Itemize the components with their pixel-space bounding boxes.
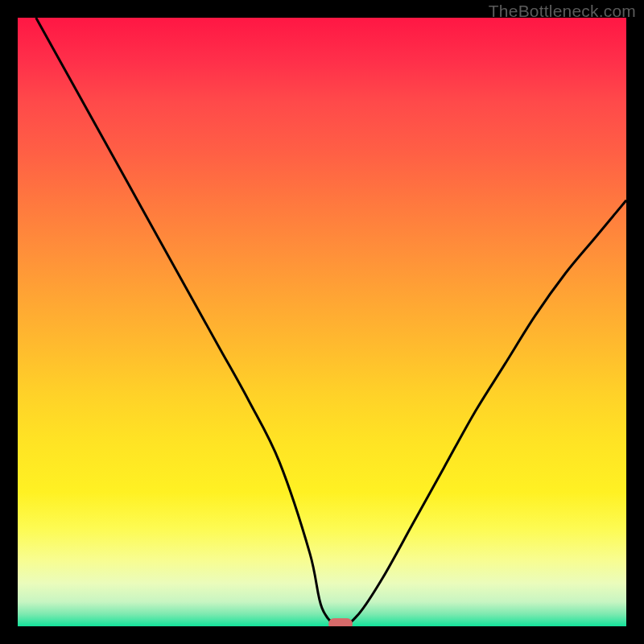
minimum-marker [328, 618, 353, 626]
plot-area [18, 18, 626, 626]
watermark-text: TheBottleneck.com [489, 2, 636, 21]
curve-path [36, 18, 626, 626]
chart-frame: TheBottleneck.com [0, 0, 644, 644]
bottleneck-curve [18, 18, 626, 626]
